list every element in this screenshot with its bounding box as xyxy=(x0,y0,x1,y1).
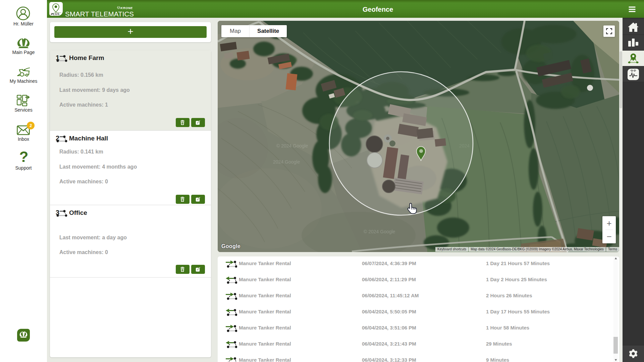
svg-text:KRONE: KRONE xyxy=(120,6,132,9)
